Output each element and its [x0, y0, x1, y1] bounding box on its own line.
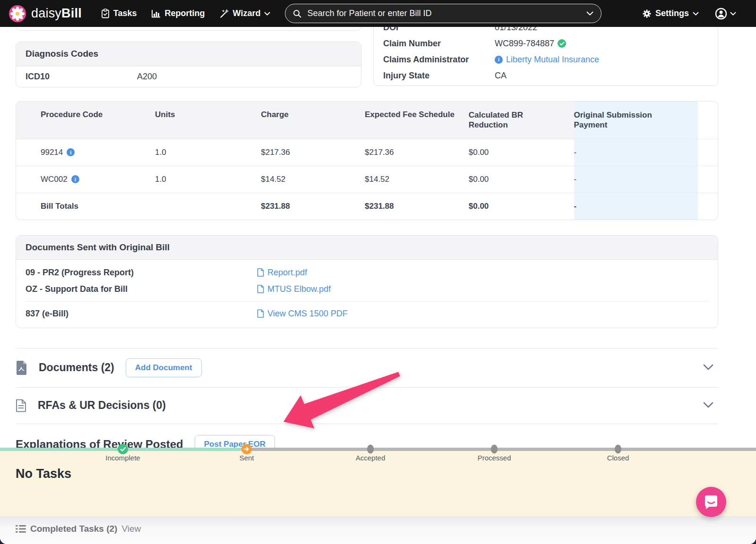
status-pending-dot: [615, 445, 621, 454]
procedure-code: WC002: [41, 175, 68, 184]
chevron-down-icon: [730, 12, 736, 16]
table-row: 99214i 1.0 $217.36 $217.36 $0.00 -: [16, 139, 718, 166]
info-icon[interactable]: i: [495, 56, 503, 64]
col-procedure-code: Procedure Code: [16, 102, 155, 139]
diagnosis-row: ICD10 A200: [16, 66, 361, 87]
search-input[interactable]: [306, 8, 586, 19]
documents-section-title: Documents (2): [39, 361, 114, 374]
units-cell: 1.0: [155, 139, 261, 166]
status-current-icon: [241, 444, 252, 454]
list-item: OZ - Support Data for Bill MTUS Elbow.pd…: [26, 281, 718, 298]
no-tasks-heading: No Tasks: [16, 467, 71, 481]
top-navbar: daisyBill Tasks Reporting: [0, 0, 756, 27]
nav-reporting-label: Reporting: [165, 8, 205, 18]
list-item: 09 - PR2 (Progress Report) Report.pdf: [26, 264, 718, 281]
info-icon[interactable]: i: [67, 148, 75, 156]
verified-check-icon: [558, 39, 566, 48]
charge-cell: $14.52: [261, 166, 365, 193]
nav-settings[interactable]: Settings: [642, 8, 699, 18]
status-pending-dot: [491, 445, 498, 454]
claim-row-injury-state: Injury State CA: [383, 68, 718, 84]
chevron-down-icon[interactable]: [703, 364, 713, 372]
nav-account[interactable]: [715, 8, 736, 20]
pdf-file-icon: [257, 285, 264, 293]
status-step-label: Incomplete: [105, 454, 140, 462]
magic-wand-icon: [219, 9, 229, 18]
claim-label: Injury State: [383, 71, 495, 81]
table-row: WC002i 1.0 $14.52 $14.52 $0.00 -: [16, 166, 718, 193]
col-units: Units: [155, 102, 261, 139]
claim-row-administrator: Claims Administrator i Liberty Mutual In…: [383, 51, 718, 68]
chat-bubble-icon: [703, 494, 719, 510]
view-completed-tasks-link[interactable]: View: [121, 524, 141, 534]
gear-icon: [642, 9, 652, 18]
units-cell: 1.0: [155, 166, 261, 193]
claim-label: Claims Administrator: [383, 55, 495, 65]
daisybill-logo[interactable]: daisyBill: [9, 5, 82, 23]
bill-status-zone: Incomplete Sent Accepted Processed Close…: [0, 448, 756, 544]
document-type-label: 837 (e-Bill): [26, 309, 257, 319]
daisy-flower-icon: [9, 5, 26, 23]
bill-status-progress-bar: [0, 448, 756, 451]
pdf-document-icon: [16, 361, 27, 375]
main-content: Diagnosis Codes ICD10 A200 Procedure Cod…: [16, 42, 718, 465]
chevron-down-icon[interactable]: [703, 401, 713, 410]
nav-wizard[interactable]: Wizard: [219, 8, 271, 18]
brand-text: daisyBill: [31, 6, 82, 21]
document-link[interactable]: View CMS 1500 PDF: [257, 309, 718, 319]
procedure-table-header-row: Procedure Code Units Charge Expected Fee…: [16, 102, 718, 139]
col-br-reduction: Calculated BR Reduction: [469, 102, 574, 139]
claim-value: WC899-784887: [495, 39, 554, 49]
procedure-table-card: Procedure Code Units Charge Expected Fee…: [16, 101, 718, 220]
claim-label: Claim Number: [383, 39, 495, 49]
completed-tasks-label: Completed Tasks (2): [30, 524, 117, 534]
search-icon: [293, 9, 301, 18]
list-icon: [16, 525, 26, 533]
nav-settings-label: Settings: [655, 8, 689, 18]
original-payment-cell: -: [574, 139, 718, 166]
add-document-button[interactable]: Add Document: [126, 358, 202, 377]
claim-row-number: Claim Number WC899-784887: [383, 35, 718, 51]
diagnosis-code-type: ICD10: [26, 72, 137, 82]
navbar-right: Settings: [642, 8, 756, 20]
bill-totals-label: Bill Totals: [16, 193, 155, 220]
info-icon[interactable]: i: [71, 175, 79, 183]
expected-fee-cell: $217.36: [365, 139, 469, 166]
status-pending-dot: [367, 445, 374, 454]
chat-launcher-button[interactable]: [696, 487, 726, 517]
completed-tasks-bar: Completed Tasks (2) View: [0, 516, 756, 544]
original-payment-total: -: [574, 193, 718, 220]
status-step-label: Accepted: [356, 454, 386, 462]
documents-section: Documents (2) Add Document: [16, 348, 718, 387]
chevron-down-icon: [264, 12, 270, 16]
clipboard-icon: [101, 8, 110, 18]
status-step-label: Processed: [478, 454, 511, 462]
expected-fee-cell: $14.52: [365, 166, 469, 193]
nav-tasks-label: Tasks: [113, 8, 137, 18]
pdf-file-icon: [257, 309, 264, 318]
chevron-down-icon[interactable]: [586, 11, 593, 16]
document-lines-icon: [16, 399, 26, 412]
global-search[interactable]: [285, 4, 601, 23]
diagnosis-codes-title: Diagnosis Codes: [16, 42, 361, 66]
status-step-label: Closed: [607, 454, 629, 462]
status-complete-icon: [118, 444, 128, 454]
document-link[interactable]: MTUS Elbow.pdf: [257, 284, 718, 294]
original-payment-cell: -: [574, 166, 718, 193]
document-type-label: OZ - Support Data for Bill: [26, 284, 257, 294]
bill-totals-row: Bill Totals $231.88 $231.88 $0.00 -: [16, 193, 718, 220]
col-expected-fee: Expected Fee Schedule: [365, 102, 469, 139]
charge-cell: $217.36: [261, 139, 365, 166]
claims-administrator-link[interactable]: Liberty Mutual Insurance: [506, 55, 599, 65]
nav-tasks[interactable]: Tasks: [101, 8, 137, 18]
diagnosis-codes-card: Diagnosis Codes ICD10 A200: [16, 42, 361, 87]
nav-reporting[interactable]: Reporting: [151, 8, 205, 18]
document-link[interactable]: Report.pdf: [257, 268, 718, 278]
claim-value: CA: [495, 71, 507, 81]
br-reduction-total: $0.00: [469, 193, 574, 220]
col-charge: Charge: [261, 102, 365, 139]
document-type-label: 09 - PR2 (Progress Report): [26, 268, 257, 278]
divider: [26, 301, 708, 302]
col-original-payment: Original Submission Payment: [574, 102, 718, 139]
user-account-icon: [715, 8, 727, 20]
